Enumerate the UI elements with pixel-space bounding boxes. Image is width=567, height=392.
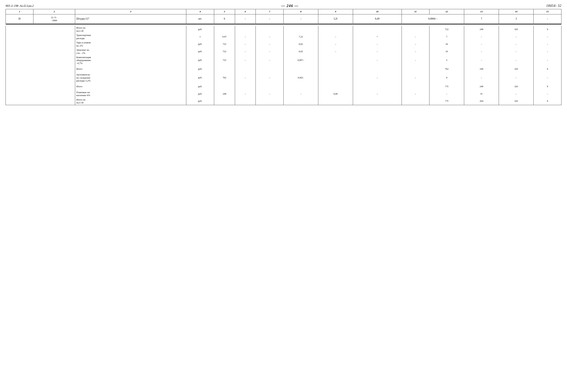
summary-row-2: Тара и упаков- ка–2%руб.722––0,02–––I4––… xyxy=(6,41,561,48)
summary-col10-8: – xyxy=(353,90,402,98)
summary-empty-left-5 xyxy=(6,65,75,73)
header-left: 903–I–198 .Ал.I2.I,кн.2 xyxy=(6,4,34,8)
summary-col8-1: 7,22 xyxy=(284,33,318,41)
summary-col11-8: – xyxy=(402,90,429,98)
main-table: 1 2 3 4 5 6 7 8 9 10 11 12 13 14 15 I0 I… xyxy=(6,9,561,26)
summary-col9-8: 0,06 xyxy=(318,90,353,98)
summary-col15-4: – xyxy=(534,55,561,66)
summary-col11-6: – xyxy=(402,73,429,83)
summary-col14-5: I20 xyxy=(499,65,534,73)
summary-col4-6: руб. xyxy=(186,73,214,83)
summary-col15-1: – xyxy=(534,33,561,41)
summary-col14-3: – xyxy=(499,48,534,55)
col-header-6: 6 xyxy=(235,9,256,14)
summary-label-4: Комплектация оборудования– –0,7% xyxy=(75,55,186,66)
summary-col8-9 xyxy=(284,98,318,105)
summary-col13-5: 249 xyxy=(464,65,499,73)
summary-col10-1: = xyxy=(353,33,402,41)
summary-col7-2: – xyxy=(256,41,284,48)
summary-col4-7: руб. xyxy=(186,83,214,90)
summary-col9-6 xyxy=(318,73,353,83)
cell-13: 7 xyxy=(464,14,499,24)
summary-label-8: Плановые на- копления–6% xyxy=(75,90,186,98)
summary-col9-7 xyxy=(318,83,353,90)
cell-15: – xyxy=(534,14,561,24)
summary-col8-4: 0,007– xyxy=(284,55,318,66)
cell-5: 6 xyxy=(214,14,235,24)
cell-14: 3 xyxy=(499,14,534,24)
summary-col7-1: – xyxy=(256,33,284,41)
summary-row-9: Итого по пп.I–I0руб.77I264I209 xyxy=(6,98,561,105)
summary-col4-4: руб. xyxy=(186,55,214,66)
summary-col10-7 xyxy=(353,83,402,90)
summary-empty-left-9 xyxy=(6,98,75,105)
document-header: 903–I–198 .Ал.I2.I,кн.2 — 246 — 18454- 3… xyxy=(6,4,561,8)
summary-col14-1: – xyxy=(499,33,534,41)
summary-col6-8: – xyxy=(235,90,256,98)
cell-10: 0,49 xyxy=(353,14,402,24)
col-header-11: 11 xyxy=(402,9,429,14)
header-right: 18454- 32 xyxy=(546,4,562,8)
summary-col4-1: т xyxy=(186,33,214,41)
summary-col13-6: – xyxy=(464,73,499,83)
summary-col6-9 xyxy=(235,98,256,105)
summary-col4-2: руб. xyxy=(186,41,214,48)
summary-col12-0: 722 xyxy=(430,26,464,33)
summary-col5-7 xyxy=(214,83,235,90)
summary-col5-8: 249 xyxy=(214,90,235,98)
summary-col13-9: 264 xyxy=(464,98,499,105)
summary-row-4: Комплектация оборудования– –0,7%руб.722–… xyxy=(6,55,561,66)
summary-col10-5 xyxy=(353,65,402,73)
col-header-13: 13 xyxy=(464,9,499,14)
summary-col13-7: 249 xyxy=(464,83,499,90)
summary-empty-left-7 xyxy=(6,83,75,90)
summary-row-8: Плановые на- копления–6%руб.249–––0,06––… xyxy=(6,90,561,98)
summary-col9-9 xyxy=(318,98,353,105)
summary-col7-9 xyxy=(256,98,284,105)
summary-col8-7 xyxy=(284,83,318,90)
summary-col6-5 xyxy=(235,65,256,73)
summary-empty-left-1 xyxy=(6,33,75,41)
summary-col15-2: – xyxy=(534,41,561,48)
summary-col12-5: 762 xyxy=(430,65,464,73)
cell-11: 0,0004 – xyxy=(402,14,464,24)
table-row-main: I0 I2–У– –I900 Штудер I/2" шт. 6 – – – I… xyxy=(6,14,561,24)
summary-label-9: Итого по пп.I–I0 xyxy=(75,98,186,105)
summary-col5-0 xyxy=(214,26,235,33)
col-header-4: 4 xyxy=(186,9,214,14)
summary-col11-4: – xyxy=(402,55,429,66)
summary-col13-1: – xyxy=(464,33,499,41)
summary-col7-7 xyxy=(256,83,284,90)
summary-label-2: Тара и упаков- ка–2% xyxy=(75,41,186,48)
summary-col9-0 xyxy=(318,26,353,33)
summary-col6-2: – xyxy=(235,41,256,48)
summary-col7-0 xyxy=(256,26,284,33)
summary-col14-7: I20 xyxy=(499,83,534,90)
col-header-14: 14 xyxy=(499,9,534,14)
summary-col9-4 xyxy=(318,55,353,66)
summary-row-1: Транспортные расходыт0,97––7,22–=–7––– xyxy=(6,33,561,41)
summary-col14-8: – xyxy=(499,90,534,98)
col-header-9: 9 xyxy=(318,9,353,14)
summary-label-7: Итого xyxy=(75,83,186,90)
summary-row-0: Итого по пп.I–I0руб.722249I209 xyxy=(6,26,561,33)
summary-col11-5 xyxy=(402,65,429,73)
cell-6: – xyxy=(235,14,256,24)
summary-empty-left-2 xyxy=(6,41,75,48)
summary-row-5: Итогоруб.762249I209 xyxy=(6,65,561,73)
summary-col13-4: – xyxy=(464,55,499,66)
col-header-8: 8 xyxy=(284,9,318,14)
summary-col12-1: 7 xyxy=(430,33,464,41)
summary-col8-2: 0,02 xyxy=(284,41,318,48)
summary-col5-4: 722 xyxy=(214,55,235,66)
summary-col4-3: руб. xyxy=(186,48,214,55)
cell-4: шт. xyxy=(186,14,214,24)
summary-col8-0 xyxy=(284,26,318,33)
summary-col6-6: – xyxy=(235,73,256,83)
summary-col8-8: – xyxy=(284,90,318,98)
summary-col14-4: – xyxy=(499,55,534,66)
summary-empty-left-4 xyxy=(6,55,75,66)
summary-col11-9 xyxy=(402,98,429,105)
summary-col10-2: – xyxy=(353,41,402,48)
summary-col13-0: 249 xyxy=(464,26,499,33)
